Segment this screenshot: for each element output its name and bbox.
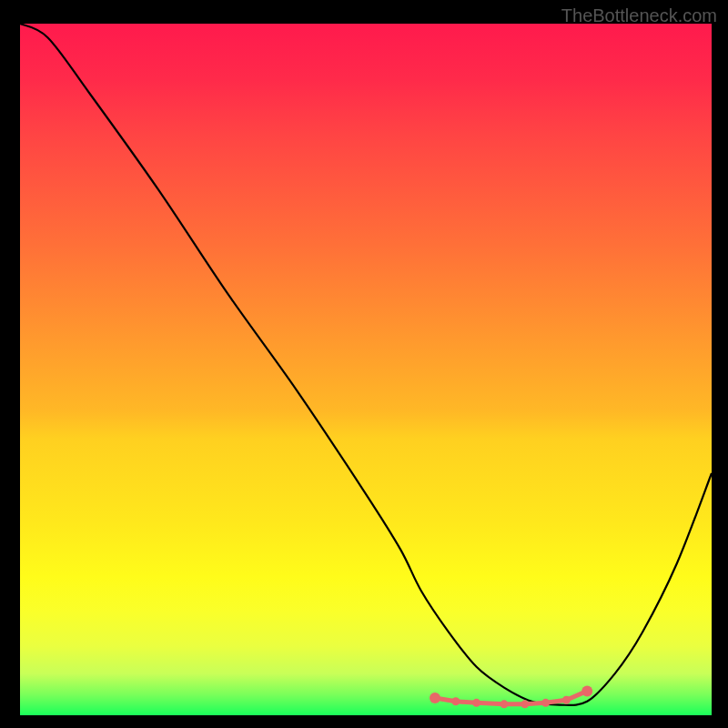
optimal-marker <box>562 696 571 704</box>
watermark-text: TheBottleneck.com <box>561 5 717 26</box>
optimal-marker-link <box>477 703 504 704</box>
optimal-marker <box>581 685 592 696</box>
optimal-marker <box>500 700 509 708</box>
optimal-marker <box>451 697 460 705</box>
optimal-marker <box>430 693 440 703</box>
optimal-marker <box>472 699 480 707</box>
plot-area <box>20 24 712 715</box>
curve-layer <box>20 24 712 705</box>
optimal-marker <box>521 700 529 708</box>
optimal-marker <box>541 699 550 707</box>
bottleneck-curve <box>20 24 712 705</box>
chart-svg <box>20 24 712 715</box>
